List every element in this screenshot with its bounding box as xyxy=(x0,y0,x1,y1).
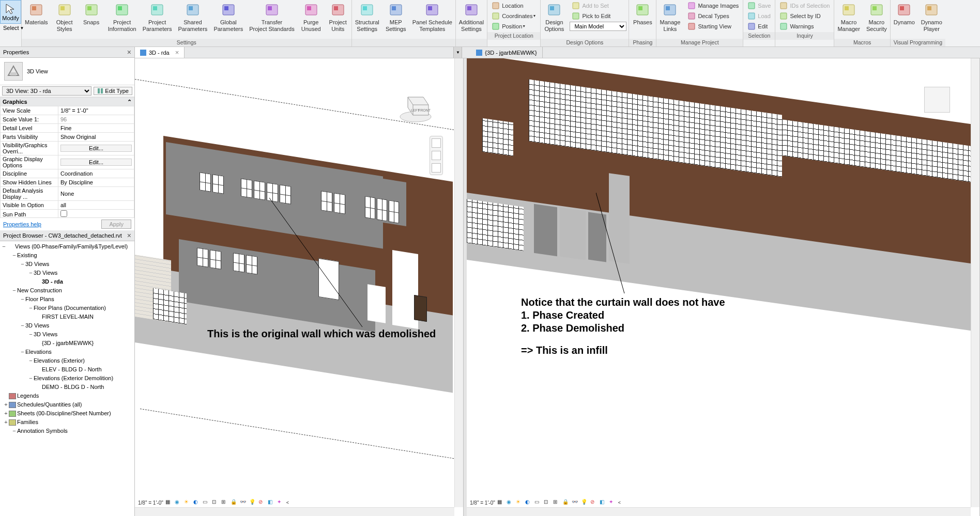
tree-node[interactable]: −New Construction xyxy=(0,286,134,295)
reveal-icon[interactable]: 💡 xyxy=(249,499,256,506)
modify-button[interactable]: Modify xyxy=(0,0,21,24)
viewport-left[interactable]: LEFT FRONT xyxy=(135,58,464,516)
coordinates-button[interactable]: Coordinates ▼ xyxy=(489,11,538,21)
prop-edit-button[interactable]: Edit... xyxy=(60,159,132,166)
crop-region-icon[interactable]: ⊞ xyxy=(553,499,560,506)
view-control-bar-right[interactable]: 1/8" = 1'-0" ▦ ◉ ☀ ◐ ▭ ⊡ ⊞ 🔒 👓 💡 ⊘ ◧ ✦ < xyxy=(467,498,962,507)
view-cube[interactable]: LEFT FRONT xyxy=(397,87,434,123)
prop-value[interactable]: By Discipline xyxy=(58,178,134,187)
scrollbar-horizontal[interactable] xyxy=(135,507,454,516)
tree-node[interactable]: −3D Views xyxy=(0,260,134,269)
tree-node[interactable]: −Annotation Symbols xyxy=(0,427,134,435)
transfer-project-standards-button[interactable]: TransferProject Standards xyxy=(246,0,297,39)
select-dropdown[interactable]: Select ▼ xyxy=(0,24,21,32)
shadows-icon[interactable]: ◐ xyxy=(193,499,201,506)
position-button[interactable]: Position ▼ xyxy=(489,22,538,31)
sun-path-icon[interactable]: ☀ xyxy=(184,499,191,506)
view-tab-3d-jgarb[interactable]: {3D - jgarbMEWWK} xyxy=(471,47,542,58)
snaps-button[interactable]: Snaps xyxy=(78,0,105,39)
prop-value[interactable]: 96 xyxy=(58,115,134,124)
mep-settings-button[interactable]: MEPSettings xyxy=(382,0,409,39)
tree-node[interactable]: −Existing xyxy=(0,251,134,260)
tree-node[interactable]: FIRST LEVEL-MAIN xyxy=(0,312,134,321)
add-to-set-button[interactable]: Add to Set xyxy=(570,1,626,10)
prop-value[interactable]: Show Original xyxy=(58,133,134,142)
tree-node[interactable]: {3D - jgarbMEWWK} xyxy=(0,339,134,348)
dynamo-button[interactable]: Dynamo xyxy=(891,0,918,39)
highlight-icon[interactable]: ✦ xyxy=(609,499,616,506)
load-selection-button[interactable]: Load xyxy=(745,11,773,21)
tree-node[interactable]: −3D Views xyxy=(0,269,134,277)
global-parameters-button[interactable]: GlobalParameters xyxy=(210,0,246,39)
manage-links-button[interactable]: ManageLinks xyxy=(656,0,683,39)
tree-node[interactable]: −Floor Plans xyxy=(0,295,134,304)
tree-node[interactable]: −Elevations xyxy=(0,348,134,356)
highlight-icon[interactable]: ✦ xyxy=(277,499,284,506)
decal-types-button[interactable]: Decal Types xyxy=(685,11,741,21)
purge-unused-button[interactable]: PurgeUnused xyxy=(298,0,325,39)
project-units-button[interactable]: ProjectUnits xyxy=(325,0,351,39)
prop-value[interactable]: all xyxy=(58,201,134,210)
project-parameters-button[interactable]: ProjectParameters xyxy=(140,0,175,39)
prop-value[interactable]: Edit... xyxy=(58,155,134,169)
temp-hide-icon[interactable]: 👓 xyxy=(240,499,247,506)
save-selection-button[interactable]: Save xyxy=(745,1,773,10)
close-browser-icon[interactable]: × xyxy=(127,231,131,240)
tree-node[interactable]: Legends xyxy=(0,392,134,400)
constraints-icon[interactable]: ⊘ xyxy=(258,499,266,506)
analytical-icon[interactable]: ◧ xyxy=(600,499,607,506)
constraints-icon[interactable]: ⊘ xyxy=(590,499,598,506)
viewport-right[interactable]: Notice that the curtain wall does not ha… xyxy=(467,58,980,516)
prop-value[interactable]: None xyxy=(58,187,134,201)
reveal-icon[interactable]: 💡 xyxy=(581,499,588,506)
prop-checkbox[interactable] xyxy=(60,210,67,217)
lock-icon[interactable]: 🔒 xyxy=(231,499,238,506)
tree-node[interactable]: +Sheets (00-Discipline/Sheet Number) xyxy=(0,409,134,418)
analytical-icon[interactable]: ◧ xyxy=(268,499,275,506)
scrollbar-horizontal[interactable] xyxy=(467,507,971,516)
warnings-button[interactable]: Warnings xyxy=(777,22,832,31)
macro-security-button[interactable]: MacroSecurity xyxy=(863,0,890,39)
prop-edit-button[interactable]: Edit... xyxy=(60,145,132,152)
apply-button[interactable]: Apply xyxy=(101,220,131,229)
tree-node[interactable]: +Families xyxy=(0,418,134,427)
tree-node[interactable]: −Elevations (Exterior) xyxy=(0,356,134,365)
tree-node[interactable]: −3D Views xyxy=(0,330,134,339)
view-tab-3d-rda[interactable]: 3D - rda × xyxy=(135,47,185,58)
design-option-combo[interactable]: Main Model xyxy=(570,22,626,31)
starting-view-button[interactable]: Starting View xyxy=(685,22,741,31)
tree-root[interactable]: −Views (00-Phase/Family/Family&Type/Leve… xyxy=(0,242,134,251)
prop-value[interactable]: 1/8" = 1'-0" xyxy=(58,106,134,115)
dynamo-player-button[interactable]: DynamoPlayer xyxy=(918,0,945,39)
prop-value[interactable]: Fine xyxy=(58,124,134,133)
select-by-id-button[interactable]: Select by ID xyxy=(777,11,832,21)
temp-hide-icon[interactable]: 👓 xyxy=(572,499,579,506)
shared-parameters-button[interactable]: SharedParameters xyxy=(175,0,211,39)
macro-manager-button[interactable]: MacroManager xyxy=(834,0,863,39)
project-browser-tree[interactable]: −Views (00-Phase/Family/Family&Type/Leve… xyxy=(0,241,134,516)
rendering-icon[interactable]: ▭ xyxy=(203,499,210,506)
scrollbar-vertical[interactable] xyxy=(971,58,979,507)
manage-images-button[interactable]: Manage Images xyxy=(685,1,741,10)
tree-node[interactable]: −Floor Plans (Documentation) xyxy=(0,304,134,312)
phases-button[interactable]: Phases xyxy=(629,0,656,39)
properties-help-link[interactable]: Properties help xyxy=(3,221,41,227)
pick-to-edit-button[interactable]: Pick to Edit xyxy=(570,11,626,21)
crop-icon[interactable]: ⊡ xyxy=(544,499,551,506)
edit-selection-button[interactable]: Edit xyxy=(745,22,773,31)
structural-settings-button[interactable]: StructuralSettings xyxy=(352,0,382,39)
rendering-icon[interactable]: ▭ xyxy=(534,499,542,506)
properties-grid[interactable]: Graphics⌃View Scale1/8" = 1'-0"Scale Val… xyxy=(0,97,134,217)
visual-style-icon[interactable]: ◉ xyxy=(507,499,514,506)
edit-type-button[interactable]: Edit Type xyxy=(94,87,132,95)
scale-label[interactable]: 1/8" = 1'-0" xyxy=(470,500,495,506)
additional-settings-button[interactable]: AdditionalSettings xyxy=(456,0,487,39)
materials-button[interactable]: Materials xyxy=(22,0,51,39)
object-styles-button[interactable]: ObjectStyles xyxy=(51,0,78,39)
scale-label[interactable]: 1/8" = 1'-0" xyxy=(138,500,163,506)
ids-of-selection-button[interactable]: IDs of Selection xyxy=(777,1,832,10)
tree-node[interactable]: +Schedules/Quantities (all) xyxy=(0,400,134,409)
crop-region-icon[interactable]: ⊞ xyxy=(221,499,228,506)
sun-path-icon[interactable]: ☀ xyxy=(516,499,523,506)
location-button[interactable]: Location xyxy=(489,1,538,10)
